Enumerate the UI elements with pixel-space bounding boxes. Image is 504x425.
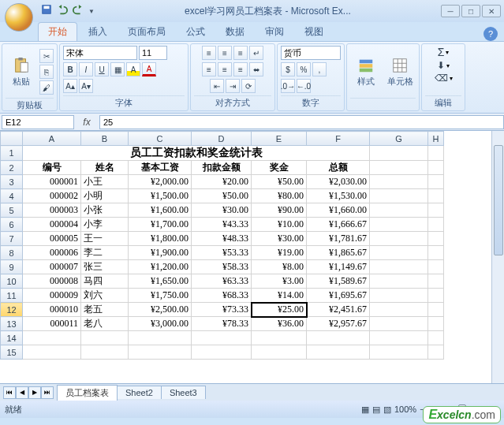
cell-E12[interactable]: ¥25.00 <box>252 303 307 317</box>
cell-F6[interactable]: ¥1,666.67 <box>307 218 370 232</box>
cell-F9[interactable]: ¥1,149.67 <box>307 260 370 274</box>
header-0[interactable]: 编号 <box>23 161 81 175</box>
sheet-tab-1[interactable]: Sheet2 <box>117 386 162 399</box>
cell-E7[interactable]: ¥30.00 <box>252 232 307 246</box>
header-1[interactable]: 姓名 <box>81 161 129 175</box>
spreadsheet-grid[interactable]: ABCDEFGH1员工工资扣款和奖金统计表2编号姓名基本工资扣款金额奖金总额30… <box>0 131 504 383</box>
styles-button[interactable]: 样式 <box>350 46 382 98</box>
view-layout-icon[interactable]: ▤ <box>372 404 380 415</box>
cell-B6[interactable]: 小李 <box>81 218 129 232</box>
format-painter-button[interactable]: 🖌 <box>39 80 54 95</box>
row-header-6[interactable]: 6 <box>1 218 23 232</box>
tab-review[interactable]: 审阅 <box>256 23 293 41</box>
row-header-4[interactable]: 4 <box>1 189 23 203</box>
bold-button[interactable]: B <box>63 62 77 76</box>
cell-D10[interactable]: ¥63.33 <box>192 274 252 289</box>
align-center-button[interactable]: ≡ <box>218 62 232 76</box>
cell-F3[interactable]: ¥2,030.00 <box>307 175 370 189</box>
col-header-B[interactable]: B <box>81 132 129 146</box>
cell-E4[interactable]: ¥80.00 <box>252 189 307 203</box>
cell-B11[interactable]: 刘六 <box>81 289 129 303</box>
increase-indent-button[interactable]: ⇥ <box>226 79 240 93</box>
align-top-button[interactable]: ≡ <box>202 46 216 60</box>
underline-button[interactable]: U <box>95 62 109 76</box>
tab-data[interactable]: 数据 <box>216 23 254 41</box>
sheet-nav-last[interactable]: ⏭ <box>41 386 54 399</box>
tab-view[interactable]: 视图 <box>295 23 333 41</box>
name-box[interactable]: E12 <box>2 115 74 129</box>
align-right-button[interactable]: ≡ <box>233 62 248 76</box>
cell-D4[interactable]: ¥50.00 <box>192 189 252 203</box>
font-color-button[interactable]: A <box>142 62 156 76</box>
col-header-corner[interactable] <box>1 132 23 146</box>
cell-B12[interactable]: 老五 <box>81 303 129 317</box>
cell-F4[interactable]: ¥1,530.00 <box>307 189 370 203</box>
cell-A7[interactable]: 000005 <box>23 232 81 246</box>
row-header-10[interactable]: 10 <box>1 274 23 289</box>
row-header-3[interactable]: 3 <box>1 175 23 189</box>
empty-cell[interactable] <box>307 345 370 360</box>
font-size-select[interactable]: 11 <box>139 46 167 60</box>
cell-A4[interactable]: 000002 <box>23 189 81 203</box>
align-left-button[interactable]: ≡ <box>202 62 216 76</box>
border-button[interactable]: ▦ <box>110 62 125 76</box>
cell-C9[interactable]: ¥1,200.00 <box>129 260 192 274</box>
col-header-G[interactable]: G <box>370 132 428 146</box>
undo-icon[interactable] <box>57 4 68 18</box>
row-header-15[interactable]: 15 <box>1 345 23 360</box>
cell-C4[interactable]: ¥1,500.00 <box>129 189 192 203</box>
cell-A10[interactable]: 000008 <box>23 274 81 289</box>
cell-D6[interactable]: ¥43.33 <box>192 218 252 232</box>
cell-E11[interactable]: ¥14.00 <box>252 289 307 303</box>
cell-A12[interactable]: 000010 <box>23 303 81 317</box>
paste-button[interactable]: 粘贴 <box>6 46 37 98</box>
row-header-8[interactable]: 8 <box>1 246 23 260</box>
grow-font-button[interactable]: A▴ <box>63 79 77 93</box>
col-header-F[interactable]: F <box>307 132 370 146</box>
row-header-1[interactable]: 1 <box>1 146 23 161</box>
cell-A13[interactable]: 000011 <box>23 317 81 331</box>
cell-F7[interactable]: ¥1,781.67 <box>307 232 370 246</box>
comma-button[interactable]: , <box>312 62 327 76</box>
cell-D11[interactable]: ¥68.33 <box>192 289 252 303</box>
sheet-nav-next[interactable]: ▶ <box>28 386 41 399</box>
cell-F12[interactable]: ¥2,451.67 <box>307 303 370 317</box>
cell-C5[interactable]: ¥1,600.00 <box>129 203 192 218</box>
sheet-tab-0[interactable]: 员工档案表 <box>57 385 118 401</box>
empty-cell[interactable] <box>81 345 129 360</box>
fill-color-button[interactable]: A <box>126 62 140 76</box>
row-header-14[interactable]: 14 <box>1 331 23 345</box>
cell-D7[interactable]: ¥48.33 <box>192 232 252 246</box>
empty-cell[interactable] <box>370 345 428 360</box>
cell-D9[interactable]: ¥58.33 <box>192 260 252 274</box>
empty-cell[interactable] <box>23 345 81 360</box>
cell-A6[interactable]: 000004 <box>23 218 81 232</box>
clear-icon[interactable]: ⌫ <box>435 73 448 84</box>
row-header-5[interactable]: 5 <box>1 203 23 218</box>
row-header-7[interactable]: 7 <box>1 232 23 246</box>
cell-C10[interactable]: ¥1,650.00 <box>129 274 192 289</box>
vertical-scrollbar[interactable] <box>491 131 504 383</box>
cell-A8[interactable]: 000006 <box>23 246 81 260</box>
maximize-button[interactable]: □ <box>461 5 480 17</box>
cell-B3[interactable]: 小王 <box>81 175 129 189</box>
row-header-9[interactable]: 9 <box>1 260 23 274</box>
cell-C11[interactable]: ¥1,750.00 <box>129 289 192 303</box>
qat-dropdown-icon[interactable]: ▼ <box>88 8 95 15</box>
minimize-button[interactable]: ─ <box>441 5 460 17</box>
row-header-12[interactable]: 12 <box>1 303 23 317</box>
col-header-H[interactable]: H <box>428 132 444 146</box>
cell-C3[interactable]: ¥2,000.00 <box>129 175 192 189</box>
empty-cell[interactable] <box>307 331 370 345</box>
cell-B5[interactable]: 小张 <box>81 203 129 218</box>
col-header-A[interactable]: A <box>23 132 81 146</box>
cell-A9[interactable]: 000007 <box>23 260 81 274</box>
decrease-indent-button[interactable]: ⇤ <box>210 79 224 93</box>
cell-C7[interactable]: ¥1,800.00 <box>129 232 192 246</box>
autosum-icon[interactable]: Σ <box>438 46 445 58</box>
tab-layout[interactable]: 页面布局 <box>118 23 175 41</box>
empty-cell[interactable] <box>192 331 252 345</box>
row-header-2[interactable]: 2 <box>1 161 23 175</box>
increase-decimal-button[interactable]: .0→ <box>281 79 295 93</box>
cells-button[interactable]: 单元格 <box>384 46 416 98</box>
